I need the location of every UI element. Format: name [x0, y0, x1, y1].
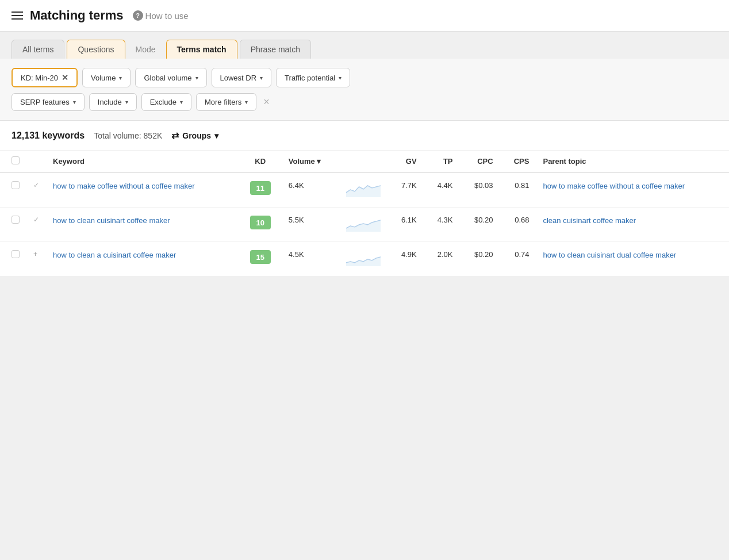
tab-mode[interactable]: Mode [128, 40, 164, 59]
table-header: Keyword KD Volume ▾ GV TP CPC CPS Parent… [0, 151, 729, 172]
row1-volume-cell: 6.4K [282, 172, 339, 208]
filter-serp[interactable]: SERP features ▾ [11, 93, 85, 111]
filters-section: KD: Min-20 ✕ Volume ▾ Global volume ▾ Lo… [0, 59, 729, 121]
th-volume[interactable]: Volume ▾ [282, 151, 339, 172]
row1-keyword-cell: how to make coffee without a coffee make… [46, 172, 239, 208]
tab-phrase-match[interactable]: Phrase match [240, 40, 311, 59]
filter-kd[interactable]: KD: Min-20 ✕ [11, 68, 78, 87]
row3-sparkline-cell [339, 242, 387, 277]
include-arrow-icon: ▾ [125, 99, 128, 105]
tab-terms-match[interactable]: Terms match [166, 40, 237, 59]
row1-checkbox[interactable] [11, 181, 20, 189]
tab-questions[interactable]: Questions [67, 40, 125, 59]
table-body: ✓ how to make coffee without a coffee ma… [0, 172, 729, 277]
row3-check-icon: + [26, 242, 46, 277]
row3-checkbox-cell[interactable] [0, 242, 26, 277]
th-gv[interactable]: GV [387, 151, 424, 172]
row2-kd-cell: 10 [239, 208, 281, 242]
row3-gv-cell: 4.9K [387, 242, 424, 277]
th-cps[interactable]: CPS [500, 151, 536, 172]
row3-checkbox[interactable] [11, 250, 20, 258]
volume-arrow-icon: ▾ [119, 75, 122, 81]
row3-tp-cell: 2.0K [424, 242, 460, 277]
filter-include-label: Include [98, 98, 122, 106]
row2-checkbox[interactable] [11, 216, 20, 224]
row2-checkbox-cell[interactable] [0, 208, 26, 242]
filter-volume-label: Volume [91, 74, 116, 82]
row2-kd-badge: 10 [250, 216, 271, 229]
filter-kd-label: KD: Min-20 [21, 74, 58, 82]
tab-all-terms[interactable]: All terms [11, 40, 64, 59]
dr-arrow-icon: ▾ [260, 75, 263, 81]
row1-checkbox-cell[interactable] [0, 172, 26, 208]
row2-sparkline-cell [339, 208, 387, 242]
results-count: 12,131 keywords [11, 131, 85, 141]
groups-button[interactable]: ⇄ Groups ▾ [171, 130, 218, 141]
keywords-table: Keyword KD Volume ▾ GV TP CPC CPS Parent… [0, 151, 729, 277]
th-parent-topic[interactable]: Parent topic [536, 151, 729, 172]
row2-check-icon: ✓ [26, 208, 46, 242]
filter-tp-label: Traffic potential [285, 74, 335, 82]
th-check [26, 151, 46, 172]
row2-cpc-cell: $0.20 [460, 208, 500, 242]
row3-parent-topic-link[interactable]: how to clean cuisinart dual coffee maker [543, 251, 676, 259]
tabs-bar: All terms Questions Mode Terms match Phr… [0, 32, 729, 59]
tp-arrow-icon: ▾ [339, 75, 342, 81]
row2-keyword-link[interactable]: how to clean cuisinart coffee maker [53, 216, 232, 226]
filter-more[interactable]: More filters ▾ [196, 93, 256, 111]
filter-exclude-label: Exclude [150, 98, 177, 106]
row3-keyword-cell: how to clean a cuisinart coffee maker [46, 242, 239, 277]
menu-icon[interactable] [11, 11, 23, 20]
row3-keyword-link[interactable]: how to clean a cuisinart coffee maker [53, 250, 232, 260]
filter-exclude[interactable]: Exclude ▾ [141, 93, 191, 111]
row1-check-icon: ✓ [26, 172, 46, 208]
select-all-checkbox[interactable] [11, 156, 20, 164]
row3-cps-cell: 0.74 [500, 242, 536, 277]
results-volume: Total volume: 852K [94, 131, 162, 140]
how-to-use-label: How to use [145, 11, 189, 21]
row1-sparkline-cell [339, 172, 387, 208]
row2-parent-topic-link[interactable]: clean cuisinart coffee maker [543, 216, 636, 225]
table-row: ✓ how to clean cuisinart coffee maker 10… [0, 208, 729, 242]
more-arrow-icon: ▾ [245, 99, 248, 105]
th-cpc[interactable]: CPC [460, 151, 500, 172]
filter-lowest-dr[interactable]: Lowest DR ▾ [212, 68, 272, 87]
results-bar: 12,131 keywords Total volume: 852K ⇄ Gro… [0, 121, 729, 151]
row2-gv-cell: 6.1K [387, 208, 424, 242]
th-checkbox[interactable] [0, 151, 26, 172]
row1-kd-badge: 11 [250, 181, 271, 195]
row2-sparkline [346, 216, 381, 232]
gv-arrow-icon: ▾ [195, 75, 198, 81]
row2-cps-cell: 0.68 [500, 208, 536, 242]
filter-dr-label: Lowest DR [220, 74, 257, 82]
filter-kd-close[interactable]: ✕ [62, 73, 68, 82]
filter-global-volume[interactable]: Global volume ▾ [135, 68, 206, 87]
row3-kd-badge: 15 [250, 250, 271, 264]
row2-keyword-cell: how to clean cuisinart coffee maker [46, 208, 239, 242]
row1-parent-topic-link[interactable]: how to make coffee without a coffee make… [543, 182, 685, 190]
th-keyword: Keyword [46, 151, 239, 172]
filter-more-label: More filters [205, 98, 241, 106]
groups-arrow-icon: ▾ [214, 131, 218, 140]
row1-keyword-link[interactable]: how to make coffee without a coffee make… [53, 181, 232, 191]
row1-sparkline [346, 181, 381, 197]
filters-row-1: KD: Min-20 ✕ Volume ▾ Global volume ▾ Lo… [11, 68, 718, 87]
row1-parent-topic-cell: how to make coffee without a coffee make… [536, 172, 729, 208]
page-title: Matching terms [30, 8, 124, 23]
filter-traffic-potential[interactable]: Traffic potential ▾ [276, 68, 350, 87]
th-tp[interactable]: TP [424, 151, 460, 172]
row3-volume-cell: 4.5K [282, 242, 339, 277]
row1-tp-cell: 4.4K [424, 172, 460, 208]
filter-volume[interactable]: Volume ▾ [82, 68, 131, 87]
row1-cpc-cell: $0.03 [460, 172, 500, 208]
th-kd[interactable]: KD [239, 151, 281, 172]
filter-serp-label: SERP features [20, 98, 70, 106]
row3-parent-topic-cell: how to clean cuisinart dual coffee maker [536, 242, 729, 277]
how-to-use-link[interactable]: ? How to use [133, 10, 189, 21]
clear-all-button[interactable]: × [261, 93, 272, 111]
row2-parent-topic-cell: clean cuisinart coffee maker [536, 208, 729, 242]
filter-gv-label: Global volume [144, 74, 191, 82]
row2-tp-cell: 4.3K [424, 208, 460, 242]
filter-include[interactable]: Include ▾ [89, 93, 137, 111]
filters-row-2: SERP features ▾ Include ▾ Exclude ▾ More… [11, 93, 718, 111]
